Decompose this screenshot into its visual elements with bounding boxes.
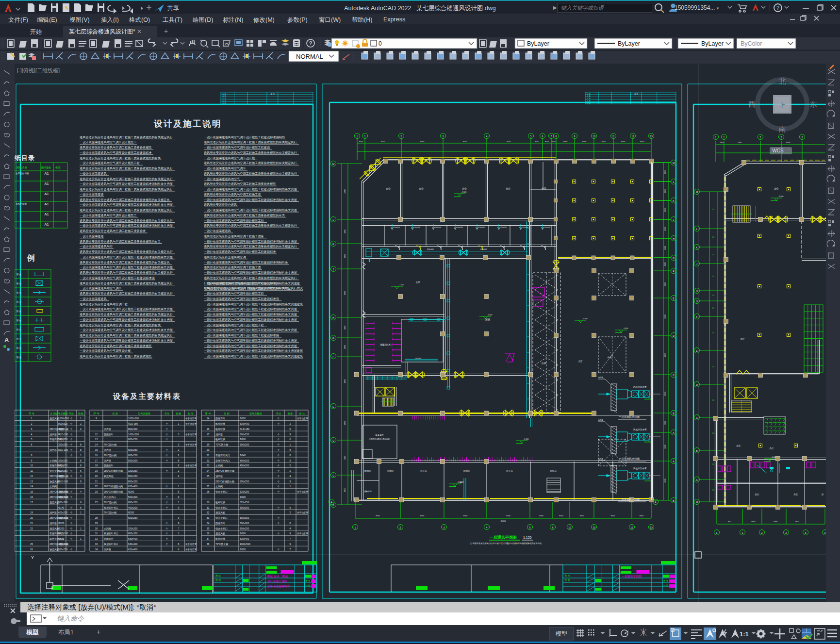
svg-text:一设计依据采暖通风与空气调节设计规范工程建设标准强制性条文房: 一设计依据采暖通风与空气调节设计规范工程建设标准强制性条文房屋 <box>80 182 173 186</box>
svg-text:风机吊装布置: 风机吊装布置 <box>633 467 647 470</box>
svg-text:280°C排烟防火阀: 280°C排烟防火阀 <box>104 469 123 473</box>
svg-text:31: 31 <box>95 532 98 535</box>
svg-text:200x150: 200x150 <box>644 441 651 443</box>
svg-text:-1.500: -1.500 <box>399 284 404 286</box>
svg-text:一设计依据采暖通风与空: 一设计依据采暖通风与空 <box>80 245 113 248</box>
svg-text:带手动装置: 带手动装置 <box>185 417 197 420</box>
svg-text:一设计依据采暖通风与空气调节设计规范工程建设标准强制性条文房: 一设计依据采暖通风与空气调节设计规范工程建设标准强制性条文房屋 <box>204 339 297 343</box>
svg-text:带手动装置: 带手动装置 <box>297 511 308 514</box>
svg-text:27: 27 <box>207 485 210 488</box>
svg-text:2: 2 <box>786 531 787 534</box>
svg-text:8000: 8000 <box>552 141 556 143</box>
svg-text:通风管道安装应符合通风与空调工程施工质量验收规范的有关规定执: 通风管道安装应符合通风与空调工程施工质量验收规范的有关规定执 <box>80 198 170 202</box>
svg-text:带手动装置: 带手动装置 <box>297 532 308 535</box>
svg-text:3: 3 <box>824 531 826 534</box>
svg-text:个: 个 <box>70 417 73 420</box>
svg-text:个: 个 <box>166 537 168 540</box>
svg-text:36: 36 <box>207 532 210 535</box>
svg-text:注:本图所有风管标高均以米计风口尺寸以毫米计安装详见国标图集: 注:本图所有风管标高均以米计风口尺寸以毫米计安装详见国标图集相关做法说明。 <box>470 542 544 545</box>
svg-text:70°C防火阀: 70°C防火阀 <box>104 501 116 504</box>
svg-text:3900: 3900 <box>664 227 666 231</box>
svg-text:600x250: 600x250 <box>128 454 137 457</box>
svg-text:1: 1 <box>364 135 366 138</box>
svg-text:止回阀: 止回阀 <box>104 527 111 530</box>
svg-text:50: 50 <box>712 236 714 238</box>
svg-text:通风管道安装应符合通风与空调工程施工质量验收规范: 通风管道安装应符合通风与空调工程施工质量验收规范 <box>204 182 276 186</box>
svg-text:50: 50 <box>712 295 714 297</box>
svg-text:500x300: 500x300 <box>58 438 67 441</box>
svg-text:一设计依据采暖通风与空气调节设计规范工程建设标准: 一设计依据采暖通风与空气调节设计规范工程建设标准 <box>80 151 152 155</box>
svg-text:2: 2 <box>290 511 291 514</box>
svg-text:个: 个 <box>70 433 73 436</box>
svg-text:通风管道安装应符合通风与空调工程施工质量验收规范的有关规定执: 通风管道安装应符合通风与空调工程施工质量验收规范的有关规定执行 <box>204 224 297 228</box>
svg-text:3900: 3900 <box>664 208 666 212</box>
svg-text:7: 7 <box>178 527 180 530</box>
svg-text:M: M <box>332 163 334 165</box>
svg-text:25: 25 <box>95 501 98 504</box>
svg-text:风井: 风井 <box>460 481 464 483</box>
svg-text:通风管道安装应符合通风与空调: 通风管道安装应符合通风与空调 <box>204 255 246 259</box>
svg-text:上: 上 <box>779 101 786 109</box>
svg-text:250x200: 250x200 <box>415 358 421 360</box>
svg-text:消声器: 消声器 <box>598 377 603 379</box>
svg-text:14: 14 <box>30 485 33 488</box>
svg-text:双层百叶风口: 双层百叶风口 <box>215 459 230 462</box>
svg-text:200x150: 200x150 <box>644 480 651 482</box>
svg-text:9: 9 <box>178 495 180 498</box>
svg-text:34: 34 <box>95 548 98 551</box>
svg-text:28: 28 <box>207 490 210 493</box>
svg-text:消声器: 消声器 <box>598 419 603 421</box>
svg-text:厨房: 厨房 <box>485 318 490 321</box>
svg-text:前室: 前室 <box>542 187 546 190</box>
svg-text:800x320: 800x320 <box>58 495 67 498</box>
svg-text:1000x500: 1000x500 <box>128 433 139 436</box>
svg-text:E: E <box>332 405 334 408</box>
svg-text:通风管道安装应符合通风与空调工程施工质量验收规范的有关: 通风管道安装应符合通风与空调工程施工质量验收规范的有关 <box>80 156 161 160</box>
svg-text:17: 17 <box>95 459 98 462</box>
svg-text:A: A <box>673 431 675 434</box>
svg-text:600x250: 600x250 <box>128 516 137 519</box>
svg-text:带手动装置: 带手动装置 <box>185 543 197 545</box>
svg-text:个: 个 <box>70 537 73 540</box>
svg-text:数量: 数量 <box>176 412 181 415</box>
svg-text:17: 17 <box>207 433 210 436</box>
svg-text:一设计依据采暖通风与空气调节设计规范工程: 一设计依据采暖通风与空气调节设计规范工程 <box>204 292 264 296</box>
svg-text:办公: 办公 <box>755 493 759 495</box>
svg-text:10: 10 <box>568 526 571 529</box>
svg-text:B: B <box>673 412 675 415</box>
svg-text:500x300: 500x300 <box>58 501 67 504</box>
svg-text:8000: 8000 <box>582 141 586 143</box>
svg-text:500x300: 500x300 <box>240 506 249 509</box>
svg-text:A1: A1 <box>44 171 49 176</box>
svg-text:7: 7 <box>551 135 552 138</box>
svg-text:一设计依据采暖通风与空气调节设计规: 一设计依据采暖通风与空气调节设计规 <box>80 349 131 353</box>
svg-text:一设计依据采暖通风与空气调节设计规范工程建设标准强制性条文房: 一设计依据采暖通风与空气调节设计规范工程建设标准强制性条文房屋 <box>80 328 173 332</box>
svg-text:防雨百叶: 防雨百叶 <box>215 417 225 420</box>
svg-text:通风管道安装应符合通风与空调工程施工质量验收规范的有关规定执: 通风管道安装应符合通风与空调工程施工质量验收规范的有关规定执行 <box>80 333 173 337</box>
svg-text:纸目录: 纸目录 <box>15 154 35 162</box>
svg-text:个: 个 <box>70 527 73 530</box>
svg-text:共 套: 共 套 <box>222 100 227 102</box>
svg-text:帆布软接: 帆布软接 <box>215 537 225 541</box>
svg-text:一设计依据采暖通风与空气调节设计规范工程建设标准强制性条: 一设计依据采暖通风与空气调节设计规范工程建设标准强制性条 <box>204 261 288 264</box>
svg-text:8000: 8000 <box>559 515 563 517</box>
svg-text:设计及施工说明: 设计及施工说明 <box>267 579 287 583</box>
svg-text:26: 26 <box>30 548 33 551</box>
svg-text:Φ200: Φ200 <box>240 438 246 441</box>
svg-text:个: 个 <box>70 475 73 478</box>
svg-text:29: 29 <box>95 522 98 525</box>
svg-text:8000: 8000 <box>611 515 615 517</box>
svg-text:通风管道安装应符合通风与空调工程施工质量验收规范: 通风管道安装应符合通风与空调工程施工质量验收规范 <box>80 344 152 348</box>
svg-text:3900: 3900 <box>664 263 666 266</box>
svg-text:22: 22 <box>30 527 33 530</box>
svg-text:2: 2 <box>178 448 180 451</box>
svg-text:8: 8 <box>290 448 291 451</box>
svg-text:800x320: 800x320 <box>128 480 137 483</box>
svg-text:个: 个 <box>278 532 280 535</box>
svg-text:3900: 3900 <box>664 315 666 319</box>
svg-text:办公: 办公 <box>419 187 424 190</box>
svg-text:个: 个 <box>166 428 168 430</box>
svg-text:一设计依据采暖通风与空气调节设计规范工程建设标准强制性条文房: 一设计依据采暖通风与空气调节设计规范工程建设标准强制性条文房屋 <box>80 224 173 228</box>
svg-text:洗消间: 洗消间 <box>387 470 394 473</box>
svg-text:A: A <box>655 501 657 504</box>
